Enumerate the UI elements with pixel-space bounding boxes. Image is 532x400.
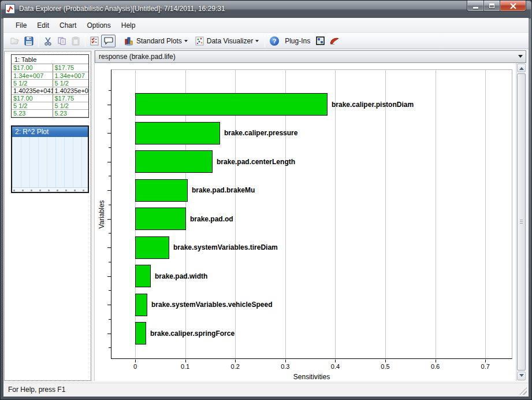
y-axis-minor-tick: [109, 262, 111, 262]
menu-help[interactable]: Help: [116, 19, 141, 32]
menu-file[interactable]: File: [10, 19, 32, 32]
sensitivity-bar-chart: 00.10.20.30.40.50.60.7brake.caliper.pist…: [95, 64, 516, 381]
x-axis-tick-label: 0.1: [174, 363, 197, 370]
statusbar: For Help, press F1: [3, 383, 529, 397]
bar: [135, 265, 151, 287]
mini-table: $17.00$17.75 1.34e+0071.34e+007 5 1/25 1…: [12, 64, 88, 117]
toolbar: Standard Plots Data Visualizer ? Plug-In…: [3, 33, 529, 49]
toolbar-separator: [38, 35, 39, 47]
open-button: [8, 35, 22, 47]
bar: [135, 322, 146, 345]
x-axis-tick-label: 0.3: [274, 363, 297, 370]
data-visualizer-icon: [195, 36, 204, 46]
x-axis-tick: [185, 360, 186, 362]
scroll-up-button[interactable]: [517, 64, 526, 72]
bar: [135, 150, 213, 173]
table-row: 1.40235e+0411.40235e+041: [12, 87, 88, 94]
x-axis-tick: [385, 360, 386, 362]
x-axis-tick-label: 0.7: [474, 363, 497, 370]
workspace: 1: Table $17.00$17.75 1.34e+0071.34e+007…: [3, 49, 529, 383]
y-axis-tick: [107, 133, 111, 134]
toolbar-separator: [85, 35, 85, 47]
close-icon: [509, 3, 517, 9]
r2-plot-thumbnail: [12, 137, 88, 192]
chevron-down-icon: [255, 40, 259, 44]
close-button[interactable]: [500, 1, 526, 12]
y-axis-minor-tick: [109, 233, 111, 234]
toolbar-separator: [118, 35, 118, 47]
menubar: File Edit Chart Options Help: [3, 18, 529, 33]
table-row: 5 1/25 1/2: [12, 79, 88, 87]
standard-plots-button[interactable]: Standard Plots: [121, 35, 191, 47]
minimize-button[interactable]: [467, 1, 483, 12]
chart-view: response (brake.pad.life) 00.10.20.30.40…: [94, 50, 526, 381]
x-axis-tick: [135, 360, 136, 362]
x-axis-tick-label: 0.4: [323, 363, 347, 370]
y-axis-tick: [107, 162, 111, 162]
paste-icon: [71, 36, 80, 46]
bar: [135, 93, 328, 116]
data-visualizer-button[interactable]: Data Visualizer: [191, 35, 262, 47]
x-axis-tick-label: 0.5: [374, 363, 397, 370]
y-axis-minor-tick: [109, 147, 111, 148]
checklist-icon: [90, 36, 99, 46]
maximize-button[interactable]: [483, 1, 500, 12]
bar: [135, 122, 220, 145]
status-message: For Help, press F1: [8, 386, 65, 394]
y-axis-minor-tick: [109, 347, 111, 348]
help-button[interactable]: ?: [267, 35, 281, 47]
resize-grip[interactable]: [519, 387, 527, 395]
window-controls: [467, 1, 526, 12]
maximize-icon: [489, 3, 494, 8]
red-flag-icon: [329, 36, 340, 45]
y-axis-tick: [107, 276, 111, 277]
scroll-down-button[interactable]: [517, 372, 526, 380]
bar-label: brake.systemVariables.vehicleSpeed: [151, 301, 272, 309]
bar-label: brake.pad.centerLength: [217, 158, 295, 166]
data-visualizer-label: Data Visualizer: [207, 37, 253, 45]
table-panel-title: 1: Table: [12, 55, 88, 64]
minimize-icon: [473, 7, 478, 9]
bar-label: brake.pad.brakeMu: [192, 186, 255, 194]
save-button[interactable]: [22, 35, 36, 47]
y-axis-tick: [107, 105, 111, 105]
plugins-grid-button[interactable]: [314, 35, 327, 47]
y-axis-minor-tick: [109, 90, 111, 91]
plugins-label: Plug-Ins: [281, 37, 314, 45]
scrollbar-thumb[interactable]: [517, 73, 526, 371]
copy-button[interactable]: [55, 35, 69, 47]
cut-icon: [43, 36, 53, 46]
table-row: $17.00$17.75: [12, 64, 88, 72]
y-axis-tick: [107, 190, 111, 191]
x-axis-tick-label: 0.2: [224, 363, 247, 370]
chevron-down-icon: [184, 40, 188, 44]
table-row: 5.235.23: [12, 109, 88, 117]
x-axis-tick: [285, 360, 286, 362]
checklist-button[interactable]: [88, 35, 101, 47]
thumb-grip-icon: [520, 220, 523, 224]
sidebar-item-r2-plot-selected[interactable]: 2: R^2 Plot: [11, 125, 89, 193]
x-axis-label: Sensitivities: [277, 373, 347, 381]
x-axis-tick-label: 0: [124, 363, 147, 370]
x-axis-tick: [335, 360, 336, 362]
standard-plots-icon: [124, 36, 134, 46]
x-axis-tick: [235, 360, 236, 362]
y-axis-tick: [107, 305, 111, 305]
comment-toggle-button[interactable]: [101, 35, 116, 47]
cut-button[interactable]: [41, 35, 55, 47]
menu-chart[interactable]: Chart: [54, 19, 81, 32]
bar-label: brake.systemVariables.tireDiam: [173, 243, 278, 251]
comment-icon: [103, 36, 113, 45]
sidebar-item-table-plot[interactable]: 1: Table $17.00$17.75 1.34e+0071.34e+007…: [11, 54, 89, 118]
bar-label: brake.pad.width: [155, 272, 207, 280]
plot-list-sidebar: 1: Table $17.00$17.75 1.34e+0071.34e+007…: [4, 51, 91, 381]
y-axis-minor-tick: [109, 290, 111, 291]
menu-edit[interactable]: Edit: [32, 19, 54, 32]
y-axis-tick: [107, 219, 111, 220]
response-selector-dropdown[interactable]: response (brake.pad.life): [95, 50, 526, 63]
plugins-flag-button[interactable]: [327, 35, 342, 47]
vertical-scrollbar: [516, 63, 526, 381]
menu-options[interactable]: Options: [81, 19, 116, 32]
bar: [135, 236, 169, 259]
y-axis-label: Variables: [98, 191, 106, 238]
